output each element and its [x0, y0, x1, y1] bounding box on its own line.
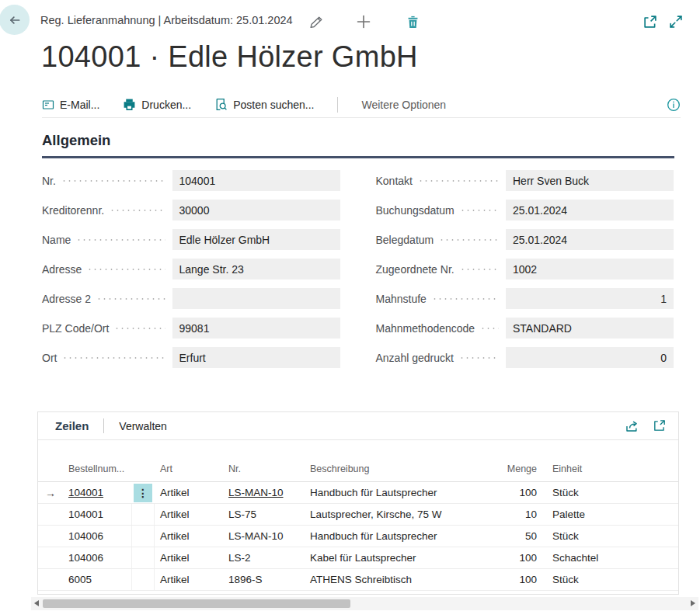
toolbar-separator [337, 97, 338, 113]
table-row[interactable]: 6005 Artikel 1896-S ATHENS Schreibtisch … [38, 569, 678, 591]
cell-art[interactable]: Artikel [155, 552, 223, 564]
find-entries-icon [214, 98, 228, 111]
find-entries-button[interactable]: Posten suchen... [214, 98, 314, 111]
cell-bestellnummer[interactable]: 104006 [63, 552, 131, 564]
form-field: PLZ Code/Ort 99081 [42, 318, 340, 338]
find-entries-label: Posten suchen... [233, 99, 314, 111]
form-field: Belegdatum 25.01.2024 [376, 229, 674, 250]
manage-menu-button[interactable]: Verwalten [119, 420, 166, 432]
cell-bestellnummer[interactable]: 6005 [63, 574, 131, 585]
form-field: Kontakt Herr Sven Buck [376, 170, 674, 191]
cell-menge[interactable]: 100 [484, 552, 537, 564]
row-context-menu-button[interactable]: ⋮ [134, 484, 152, 502]
print-label: Drucken... [141, 99, 191, 111]
cell-art[interactable]: Artikel [155, 487, 223, 498]
cell-einheit[interactable]: Palette [537, 509, 678, 520]
fullscreen-button[interactable] [667, 13, 684, 30]
cell-nr[interactable]: LS-MAN-10 [223, 487, 305, 498]
print-button[interactable]: Drucken... [123, 98, 191, 111]
open-in-new-window-button[interactable] [642, 13, 659, 30]
col-art-header[interactable]: Art [155, 463, 223, 474]
table-row[interactable]: 104006 Artikel LS-2 Kabel für Lautsprech… [38, 547, 678, 569]
field-value[interactable]: 1002 [506, 259, 674, 279]
field-value[interactable]: 99081 [172, 318, 340, 338]
form-column-right: Kontakt Herr Sven Buck Buchungsdatum 25.… [376, 170, 674, 377]
field-value[interactable]: 1 [506, 288, 674, 309]
field-value[interactable] [172, 288, 340, 309]
action-toolbar: E-Mail... Drucken... Posten suchen... [42, 92, 681, 118]
form-field: Mahnstufe 1 [376, 288, 674, 309]
horizontal-scrollbar[interactable] [31, 597, 698, 610]
form-field: Adresse 2 [42, 288, 340, 309]
cell-context-menu [131, 569, 155, 590]
dotted-leader [76, 239, 165, 241]
cell-beschreibung[interactable]: Handbuch für Lautsprecher [305, 487, 484, 498]
field-value[interactable]: Edle Hölzer GmbH [172, 229, 340, 250]
email-button[interactable]: E-Mail... [42, 99, 99, 111]
field-value[interactable]: Herr Sven Buck [506, 170, 674, 191]
row-indicator: → [38, 487, 63, 499]
tab-zeilen[interactable]: Zeilen [55, 419, 89, 432]
col-beschreibung-header[interactable]: Beschreibung [305, 463, 484, 474]
cell-nr[interactable]: LS-75 [223, 509, 305, 520]
field-value[interactable]: 25.01.2024 [506, 229, 674, 250]
share-button[interactable] [625, 418, 639, 433]
cell-art[interactable]: Artikel [155, 574, 223, 585]
field-value[interactable]: 0 [506, 347, 674, 368]
scroll-right-arrow[interactable] [691, 600, 695, 606]
field-value[interactable]: 104001 [172, 170, 340, 191]
table-row[interactable]: 104001 Artikel LS-75 Lautsprecher, Kirsc… [38, 504, 678, 526]
dotted-leader [460, 269, 499, 270]
col-nr-header[interactable]: Nr. [223, 463, 305, 474]
form-field: Mahnmethodencode STANDARD [376, 318, 674, 338]
cell-einheit[interactable]: Stück [537, 487, 678, 498]
cell-bestellnummer[interactable]: 104006 [63, 530, 131, 542]
new-button[interactable] [355, 13, 372, 30]
cell-nr[interactable]: LS-MAN-10 [223, 530, 305, 542]
cell-menge[interactable]: 100 [484, 487, 537, 498]
cell-context-menu: ⋮ [131, 482, 155, 503]
col-bestellnummer-header[interactable]: Bestellnum... [63, 463, 131, 474]
cell-nr[interactable]: 1896-S [223, 574, 305, 585]
pencil-icon [309, 15, 324, 30]
back-button[interactable] [0, 5, 30, 35]
cell-beschreibung[interactable]: Lautsprecher, Kirsche, 75 W [305, 509, 484, 520]
cell-art[interactable]: Artikel [155, 509, 223, 520]
more-options-button[interactable]: Weitere Optionen [361, 99, 446, 111]
email-icon [42, 99, 54, 111]
delete-button[interactable] [404, 13, 421, 30]
email-label: E-Mail... [60, 99, 99, 111]
field-value[interactable]: Lange Str. 23 [172, 259, 340, 279]
cell-beschreibung[interactable]: Kabel für Lautsprecher [305, 552, 484, 564]
field-value[interactable]: STANDARD [506, 318, 674, 338]
lines-header: Zeilen Verwalten [38, 412, 678, 440]
scroll-left-arrow[interactable] [34, 600, 39, 606]
cell-menge[interactable]: 100 [484, 574, 537, 585]
cell-beschreibung[interactable]: Handbuch für Lautsprecher [305, 530, 484, 542]
field-value[interactable]: Erfurt [172, 347, 340, 368]
edit-button[interactable] [308, 13, 325, 30]
cell-art[interactable]: Artikel [155, 530, 223, 542]
lines-popout-button[interactable] [653, 418, 667, 433]
col-menge-header[interactable]: Menge [484, 463, 537, 474]
cell-bestellnummer[interactable]: 104001 [63, 509, 131, 520]
cell-beschreibung[interactable]: ATHENS Schreibtisch [305, 574, 484, 585]
dotted-leader [460, 210, 499, 211]
table-row[interactable]: → 104001 ⋮ Artikel LS-MAN-10 Handbuch fü… [38, 482, 678, 504]
cell-menge[interactable]: 50 [484, 530, 537, 542]
table-row[interactable]: 104006 Artikel LS-MAN-10 Handbuch für La… [38, 526, 678, 547]
cell-context-menu [131, 547, 155, 568]
cell-einheit[interactable]: Stück [537, 574, 678, 585]
cell-einheit[interactable]: Stück [537, 530, 678, 542]
cell-bestellnummer[interactable]: 104001 [63, 487, 131, 498]
cell-context-menu [131, 504, 155, 525]
field-label: PLZ Code/Ort [42, 322, 109, 335]
cell-menge[interactable]: 10 [484, 509, 537, 520]
field-value[interactable]: 30000 [172, 200, 340, 220]
cell-einheit[interactable]: Schachtel [537, 552, 678, 564]
cell-nr[interactable]: LS-2 [223, 552, 305, 564]
scrollbar-thumb[interactable] [43, 599, 350, 608]
info-button[interactable] [667, 98, 681, 112]
col-einheit-header[interactable]: Einheit [537, 463, 678, 474]
field-value[interactable]: 25.01.2024 [506, 200, 674, 220]
